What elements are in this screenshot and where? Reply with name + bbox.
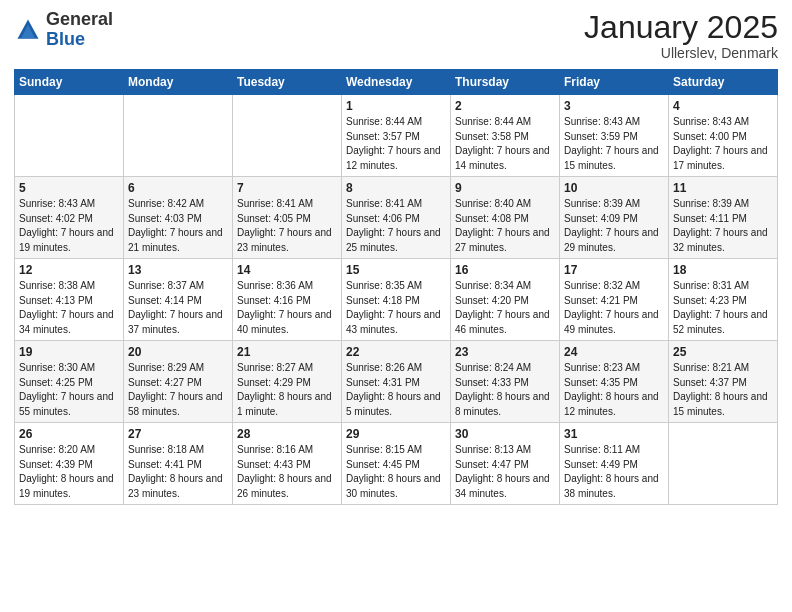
day-info: Sunrise: 8:31 AM Sunset: 4:23 PM Dayligh… bbox=[673, 279, 773, 337]
day-cell: 2Sunrise: 8:44 AM Sunset: 3:58 PM Daylig… bbox=[451, 95, 560, 177]
week-row-3: 12Sunrise: 8:38 AM Sunset: 4:13 PM Dayli… bbox=[15, 259, 778, 341]
day-info: Sunrise: 8:41 AM Sunset: 4:06 PM Dayligh… bbox=[346, 197, 446, 255]
week-row-1: 1Sunrise: 8:44 AM Sunset: 3:57 PM Daylig… bbox=[15, 95, 778, 177]
day-cell bbox=[669, 423, 778, 505]
month-title: January 2025 bbox=[584, 10, 778, 45]
day-info: Sunrise: 8:43 AM Sunset: 3:59 PM Dayligh… bbox=[564, 115, 664, 173]
day-info: Sunrise: 8:39 AM Sunset: 4:09 PM Dayligh… bbox=[564, 197, 664, 255]
day-number: 2 bbox=[455, 99, 555, 113]
day-cell: 22Sunrise: 8:26 AM Sunset: 4:31 PM Dayli… bbox=[342, 341, 451, 423]
day-cell bbox=[15, 95, 124, 177]
col-thursday: Thursday bbox=[451, 70, 560, 95]
day-cell bbox=[233, 95, 342, 177]
day-cell: 13Sunrise: 8:37 AM Sunset: 4:14 PM Dayli… bbox=[124, 259, 233, 341]
day-info: Sunrise: 8:38 AM Sunset: 4:13 PM Dayligh… bbox=[19, 279, 119, 337]
day-info: Sunrise: 8:40 AM Sunset: 4:08 PM Dayligh… bbox=[455, 197, 555, 255]
header: General Blue January 2025 Ullerslev, Den… bbox=[14, 10, 778, 61]
day-number: 23 bbox=[455, 345, 555, 359]
day-cell: 20Sunrise: 8:29 AM Sunset: 4:27 PM Dayli… bbox=[124, 341, 233, 423]
logo: General Blue bbox=[14, 10, 113, 50]
day-info: Sunrise: 8:24 AM Sunset: 4:33 PM Dayligh… bbox=[455, 361, 555, 419]
col-monday: Monday bbox=[124, 70, 233, 95]
day-number: 25 bbox=[673, 345, 773, 359]
day-cell: 8Sunrise: 8:41 AM Sunset: 4:06 PM Daylig… bbox=[342, 177, 451, 259]
day-number: 24 bbox=[564, 345, 664, 359]
day-number: 11 bbox=[673, 181, 773, 195]
day-info: Sunrise: 8:39 AM Sunset: 4:11 PM Dayligh… bbox=[673, 197, 773, 255]
day-number: 28 bbox=[237, 427, 337, 441]
day-number: 15 bbox=[346, 263, 446, 277]
header-row: Sunday Monday Tuesday Wednesday Thursday… bbox=[15, 70, 778, 95]
day-cell: 3Sunrise: 8:43 AM Sunset: 3:59 PM Daylig… bbox=[560, 95, 669, 177]
day-number: 22 bbox=[346, 345, 446, 359]
col-friday: Friday bbox=[560, 70, 669, 95]
location: Ullerslev, Denmark bbox=[584, 45, 778, 61]
day-cell: 25Sunrise: 8:21 AM Sunset: 4:37 PM Dayli… bbox=[669, 341, 778, 423]
day-info: Sunrise: 8:32 AM Sunset: 4:21 PM Dayligh… bbox=[564, 279, 664, 337]
day-number: 30 bbox=[455, 427, 555, 441]
day-cell: 7Sunrise: 8:41 AM Sunset: 4:05 PM Daylig… bbox=[233, 177, 342, 259]
day-number: 19 bbox=[19, 345, 119, 359]
day-info: Sunrise: 8:43 AM Sunset: 4:02 PM Dayligh… bbox=[19, 197, 119, 255]
day-cell: 4Sunrise: 8:43 AM Sunset: 4:00 PM Daylig… bbox=[669, 95, 778, 177]
day-cell: 24Sunrise: 8:23 AM Sunset: 4:35 PM Dayli… bbox=[560, 341, 669, 423]
day-info: Sunrise: 8:43 AM Sunset: 4:00 PM Dayligh… bbox=[673, 115, 773, 173]
day-info: Sunrise: 8:26 AM Sunset: 4:31 PM Dayligh… bbox=[346, 361, 446, 419]
day-number: 7 bbox=[237, 181, 337, 195]
logo-blue-text: Blue bbox=[46, 29, 85, 49]
col-wednesday: Wednesday bbox=[342, 70, 451, 95]
calendar: Sunday Monday Tuesday Wednesday Thursday… bbox=[14, 69, 778, 505]
day-number: 29 bbox=[346, 427, 446, 441]
week-row-2: 5Sunrise: 8:43 AM Sunset: 4:02 PM Daylig… bbox=[15, 177, 778, 259]
day-cell: 1Sunrise: 8:44 AM Sunset: 3:57 PM Daylig… bbox=[342, 95, 451, 177]
day-cell: 21Sunrise: 8:27 AM Sunset: 4:29 PM Dayli… bbox=[233, 341, 342, 423]
day-number: 14 bbox=[237, 263, 337, 277]
day-info: Sunrise: 8:11 AM Sunset: 4:49 PM Dayligh… bbox=[564, 443, 664, 501]
day-number: 8 bbox=[346, 181, 446, 195]
day-cell: 9Sunrise: 8:40 AM Sunset: 4:08 PM Daylig… bbox=[451, 177, 560, 259]
day-cell: 17Sunrise: 8:32 AM Sunset: 4:21 PM Dayli… bbox=[560, 259, 669, 341]
day-info: Sunrise: 8:44 AM Sunset: 3:57 PM Dayligh… bbox=[346, 115, 446, 173]
day-info: Sunrise: 8:16 AM Sunset: 4:43 PM Dayligh… bbox=[237, 443, 337, 501]
day-number: 18 bbox=[673, 263, 773, 277]
day-number: 12 bbox=[19, 263, 119, 277]
day-number: 31 bbox=[564, 427, 664, 441]
col-sunday: Sunday bbox=[15, 70, 124, 95]
day-cell: 28Sunrise: 8:16 AM Sunset: 4:43 PM Dayli… bbox=[233, 423, 342, 505]
day-cell: 23Sunrise: 8:24 AM Sunset: 4:33 PM Dayli… bbox=[451, 341, 560, 423]
day-number: 10 bbox=[564, 181, 664, 195]
day-info: Sunrise: 8:30 AM Sunset: 4:25 PM Dayligh… bbox=[19, 361, 119, 419]
week-row-5: 26Sunrise: 8:20 AM Sunset: 4:39 PM Dayli… bbox=[15, 423, 778, 505]
day-cell: 18Sunrise: 8:31 AM Sunset: 4:23 PM Dayli… bbox=[669, 259, 778, 341]
day-info: Sunrise: 8:21 AM Sunset: 4:37 PM Dayligh… bbox=[673, 361, 773, 419]
day-cell: 6Sunrise: 8:42 AM Sunset: 4:03 PM Daylig… bbox=[124, 177, 233, 259]
day-number: 21 bbox=[237, 345, 337, 359]
day-cell: 5Sunrise: 8:43 AM Sunset: 4:02 PM Daylig… bbox=[15, 177, 124, 259]
day-info: Sunrise: 8:23 AM Sunset: 4:35 PM Dayligh… bbox=[564, 361, 664, 419]
day-info: Sunrise: 8:27 AM Sunset: 4:29 PM Dayligh… bbox=[237, 361, 337, 419]
day-cell: 12Sunrise: 8:38 AM Sunset: 4:13 PM Dayli… bbox=[15, 259, 124, 341]
logo-icon bbox=[14, 16, 42, 44]
day-cell: 26Sunrise: 8:20 AM Sunset: 4:39 PM Dayli… bbox=[15, 423, 124, 505]
day-info: Sunrise: 8:35 AM Sunset: 4:18 PM Dayligh… bbox=[346, 279, 446, 337]
day-info: Sunrise: 8:20 AM Sunset: 4:39 PM Dayligh… bbox=[19, 443, 119, 501]
day-info: Sunrise: 8:44 AM Sunset: 3:58 PM Dayligh… bbox=[455, 115, 555, 173]
day-info: Sunrise: 8:34 AM Sunset: 4:20 PM Dayligh… bbox=[455, 279, 555, 337]
title-block: January 2025 Ullerslev, Denmark bbox=[584, 10, 778, 61]
day-cell: 19Sunrise: 8:30 AM Sunset: 4:25 PM Dayli… bbox=[15, 341, 124, 423]
week-row-4: 19Sunrise: 8:30 AM Sunset: 4:25 PM Dayli… bbox=[15, 341, 778, 423]
day-cell: 11Sunrise: 8:39 AM Sunset: 4:11 PM Dayli… bbox=[669, 177, 778, 259]
logo-general-text: General bbox=[46, 9, 113, 29]
day-info: Sunrise: 8:42 AM Sunset: 4:03 PM Dayligh… bbox=[128, 197, 228, 255]
day-number: 16 bbox=[455, 263, 555, 277]
day-number: 9 bbox=[455, 181, 555, 195]
day-number: 1 bbox=[346, 99, 446, 113]
day-number: 3 bbox=[564, 99, 664, 113]
day-cell: 27Sunrise: 8:18 AM Sunset: 4:41 PM Dayli… bbox=[124, 423, 233, 505]
day-info: Sunrise: 8:13 AM Sunset: 4:47 PM Dayligh… bbox=[455, 443, 555, 501]
day-cell: 15Sunrise: 8:35 AM Sunset: 4:18 PM Dayli… bbox=[342, 259, 451, 341]
day-number: 20 bbox=[128, 345, 228, 359]
page: General Blue January 2025 Ullerslev, Den… bbox=[0, 0, 792, 612]
day-cell: 31Sunrise: 8:11 AM Sunset: 4:49 PM Dayli… bbox=[560, 423, 669, 505]
day-number: 13 bbox=[128, 263, 228, 277]
